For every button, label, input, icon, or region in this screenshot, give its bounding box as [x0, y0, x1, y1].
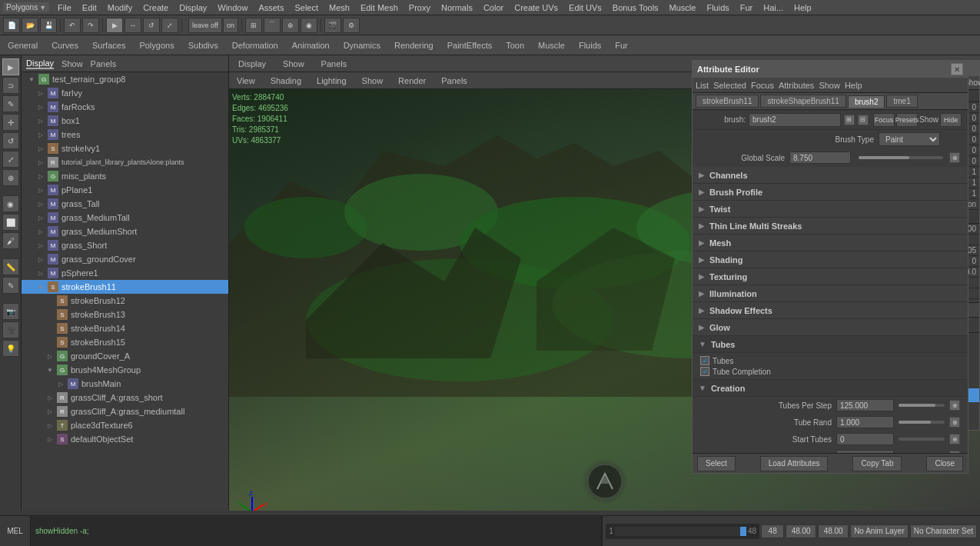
brush-expand-btn[interactable]: ⊞ [844, 115, 855, 125]
tube-completion-checkbox-label[interactable]: ✓ Tube Completion [700, 367, 960, 376]
brush-input[interactable] [749, 113, 841, 127]
polygons-tab[interactable]: Polygons [135, 39, 178, 52]
char-set-selector[interactable]: No Character Set [910, 524, 977, 538]
outliner-item[interactable]: S strokeBrush13 [22, 308, 228, 321]
mode-arrow[interactable]: ▼ [39, 4, 46, 12]
outliner-item[interactable]: ▷ M pSphere1 [22, 266, 228, 280]
section-shading[interactable]: ▶ Shading [693, 251, 968, 268]
vp-panels-tab[interactable]: Panels [317, 58, 352, 70]
attr-menu-attributes[interactable]: Attributes [779, 81, 814, 90]
menu-create-uvs[interactable]: Create UVs [512, 3, 560, 12]
vp-view-tab[interactable]: View [232, 75, 260, 87]
outliner-item[interactable]: ▷ S defaultObjectSet [22, 432, 228, 446]
current-frame-input[interactable] [761, 524, 784, 538]
outliner-item[interactable]: ▷ G misc_plants [22, 169, 228, 183]
menu-fur[interactable]: Fur [738, 3, 756, 12]
attr-tab-1[interactable]: strokeShapeBrush11 [760, 95, 845, 108]
show-manip-btn[interactable]: ⊕ [2, 169, 19, 186]
anim-layer-selector[interactable]: No Anim Layer [850, 524, 909, 538]
outliner-item[interactable]: ▷ M box1 [22, 114, 228, 128]
tubes-per-step-input[interactable] [836, 399, 894, 411]
outliner-item[interactable]: ▷ M grass_Tall [22, 197, 228, 211]
vp-panels-tab2[interactable]: Panels [437, 75, 472, 87]
snap-curve-btn[interactable]: ⌒ [264, 18, 281, 33]
subdivs-tab[interactable]: Subdivs [184, 39, 223, 52]
vp-shading-tab[interactable]: Shading [266, 75, 306, 87]
vp-display-tab[interactable]: Display [234, 58, 271, 70]
undo-btn[interactable]: ↶ [64, 18, 81, 33]
range-start-input[interactable] [786, 524, 816, 538]
camera-btn[interactable]: 📷 [2, 303, 19, 320]
attr-val[interactable]: 0 [972, 157, 976, 165]
attr-val[interactable]: 1 [972, 168, 976, 176]
section-glow[interactable]: ▶ Glow [693, 319, 968, 336]
outliner-display-tab[interactable]: Display [26, 58, 54, 69]
outliner-item[interactable]: ▷ M farRocks [22, 100, 228, 114]
outliner-item[interactable]: ▷ G groundCover_A [22, 349, 228, 363]
attr-val[interactable]: 0 [972, 135, 976, 144]
attr-val[interactable]: 0 [972, 146, 976, 155]
timeline-ruler[interactable]: 1 48 [606, 524, 759, 539]
attr-tab-3[interactable]: tme1 [886, 95, 917, 108]
attr-val[interactable]: 0 [972, 103, 976, 112]
menu-proxy[interactable]: Proxy [407, 3, 433, 12]
outliner-item[interactable]: ▷ M pPlane1 [22, 183, 228, 197]
attr-menu-selected[interactable]: Selected [713, 81, 746, 90]
outliner-item[interactable]: ▷ R grassCliff_A:grass_mediumtall [22, 405, 228, 418]
tubes-per-step-btn[interactable]: ⊕ [949, 400, 960, 411]
menu-display[interactable]: Display [177, 3, 209, 12]
outliner-item[interactable]: ▷ M brushMain [22, 377, 228, 391]
general-tab[interactable]: General [3, 39, 42, 52]
brush-collapse-btn[interactable]: ⊟ [858, 115, 869, 125]
menu-mesh[interactable]: Mesh [327, 3, 352, 12]
on-btn[interactable]: on [223, 18, 238, 33]
paint-effects-tab[interactable]: PaintEffects [443, 39, 497, 52]
tube-rand-btn[interactable]: ⊕ [949, 417, 960, 428]
copy-tab-btn[interactable]: Copy Tab [852, 456, 902, 471]
outliner-item[interactable]: ▷ M grass_Short [22, 238, 228, 252]
scale-btn[interactable]: ⤢ [161, 18, 178, 33]
outliner-item[interactable]: ▼ G test_terrain_group8 [22, 72, 228, 86]
focus-btn[interactable]: Focus [873, 113, 895, 127]
rotate-btn[interactable]: ↺ [143, 18, 160, 33]
tube-rand-input[interactable] [836, 416, 894, 428]
outliner-item[interactable]: ▷ M grass_MediumShort [22, 225, 228, 238]
snap-point-btn[interactable]: ⊕ [282, 18, 299, 33]
section-mesh[interactable]: ▶ Mesh [693, 235, 968, 251]
start-tubes-btn[interactable]: ⊕ [949, 434, 960, 444]
outliner-item[interactable]: ▷ R tutorial_plant_library_plantsAlone:p… [22, 155, 228, 169]
snap-grid-btn[interactable]: ⊞ [245, 18, 262, 33]
menu-create[interactable]: Create [141, 3, 171, 12]
annotate-btn[interactable]: ✎ [2, 277, 19, 294]
attr-val[interactable]: 0 [972, 125, 976, 133]
fur-tab[interactable]: Fur [610, 39, 633, 52]
redo-btn[interactable]: ↷ [82, 18, 99, 33]
new-scene-btn[interactable]: 📄 [3, 18, 20, 33]
section-texturing[interactable]: ▶ Texturing [693, 268, 968, 285]
outliner-item[interactable]: S strokeBrush12 [22, 294, 228, 308]
toon-tab[interactable]: Toon [501, 39, 529, 52]
render-cam-btn[interactable]: 🎥 [2, 321, 19, 338]
outliner-show-tab[interactable]: Show [61, 59, 83, 68]
outliner-item[interactable]: S strokeBrush14 [22, 321, 228, 335]
range-end-input[interactable] [818, 524, 849, 538]
attr-val[interactable]: on [968, 200, 976, 208]
load-attrs-btn[interactable]: Load Attributes [760, 456, 829, 471]
leave-off-btn[interactable]: leave off [188, 18, 222, 33]
brush-type-select[interactable]: Paint [879, 132, 940, 146]
muscle-tab[interactable]: Muscle [533, 39, 570, 52]
attr-val[interactable]: 0 [972, 257, 976, 265]
section-illumination[interactable]: ▶ Illumination [693, 285, 968, 302]
timeline-track[interactable] [615, 527, 746, 536]
move-btn[interactable]: ↔ [125, 18, 141, 33]
menu-edit-mesh[interactable]: Edit Mesh [358, 3, 400, 12]
tubes-per-step-slider[interactable] [899, 404, 945, 407]
paint-select-btn[interactable]: 🖌 [2, 232, 19, 249]
menu-window[interactable]: Window [215, 3, 250, 12]
outliner-item[interactable]: ▷ R grassCliff_A:grass_short [22, 391, 228, 405]
attr-menu-list[interactable]: List [696, 81, 709, 90]
start-tubes-slider[interactable] [899, 438, 945, 441]
attr-val[interactable]: 1 [972, 178, 976, 187]
render-settings-btn[interactable]: ⚙ [343, 18, 360, 33]
attr-menu-show[interactable]: Show [819, 81, 840, 90]
